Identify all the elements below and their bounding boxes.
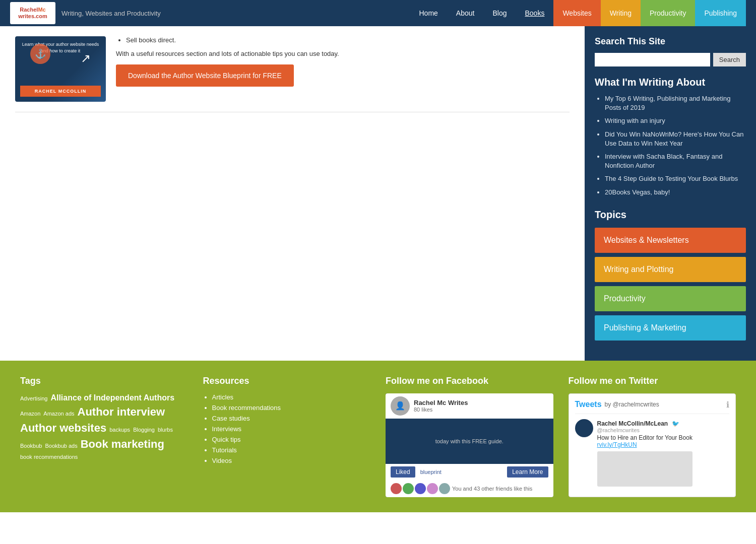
nav-productivity[interactable]: Productivity — [641, 0, 695, 26]
resource-quick-tips[interactable]: Quick tips — [212, 436, 371, 443]
nav-home[interactable]: Home — [410, 0, 447, 26]
promo-list-item: Sell books direct. — [126, 36, 570, 44]
tag-author-interview[interactable]: Author interview — [78, 405, 165, 419]
fb-content: today with this FREE guide. — [386, 419, 553, 464]
friend-avatar — [427, 483, 438, 494]
footer-tags-section: Tags Advertising Alliance of Independent… — [20, 376, 188, 497]
search-input[interactable] — [595, 53, 710, 66]
friend-avatar — [403, 483, 414, 494]
resource-case-studies[interactable]: Case studies — [212, 415, 371, 422]
fb-liked-button[interactable]: Liked — [391, 466, 415, 478]
tag-author-websites[interactable]: Author websites — [20, 422, 106, 435]
tweets-label: Tweets — [575, 400, 602, 409]
list-item[interactable]: My Top 6 Writing, Publishing and Marketi… — [605, 94, 746, 112]
friend-avatar — [415, 483, 426, 494]
list-item[interactable]: 20Books Vegas, baby! — [605, 188, 746, 197]
list-item[interactable]: Did You Win NaNoWriMo? Here's How You Ca… — [605, 130, 746, 148]
promo-description: With a useful resources section and lots… — [116, 50, 570, 57]
writing-about-title: What I'm Writing About — [595, 77, 746, 88]
promo-list: Sell books direct. — [126, 36, 570, 44]
fb-friends-text: You and 43 other friends like this — [452, 486, 532, 492]
writing-about-list: My Top 6 Writing, Publishing and Marketi… — [605, 94, 746, 197]
tweet-link[interactable]: rviv.ly/TgHkUN — [597, 441, 637, 448]
tag-book-recommendations[interactable]: book recommendations — [20, 454, 78, 460]
tags-title: Tags — [20, 376, 188, 386]
tags-cloud: Advertising Alliance of Independent Auth… — [20, 393, 188, 460]
promo-content: Sell books direct. With a useful resourc… — [116, 36, 570, 87]
tag-blogging[interactable]: Blogging — [133, 427, 155, 433]
resources-list: Articles Book recommendations Case studi… — [212, 393, 371, 464]
main-container: ⚓ ↗ Learn what your author website needs… — [0, 26, 756, 361]
list-item[interactable]: The 4 Step Guide to Testing Your Book Bl… — [605, 174, 746, 183]
tweet-avatar — [575, 419, 593, 437]
search-button[interactable]: Search — [713, 53, 746, 66]
tag-advertising[interactable]: Advertising — [20, 395, 47, 401]
cursor-icon: ↗ — [81, 51, 96, 66]
tag-bookbub[interactable]: Bookbub — [20, 443, 42, 449]
header: RachelMcwrites.com Writing, Websites and… — [0, 0, 756, 26]
download-button[interactable]: Download the Author Website Blueprint fo… — [116, 64, 294, 87]
tweet-text: How to Hire an Editor for Your Book rviv… — [597, 434, 692, 448]
nav-books[interactable]: Books — [516, 0, 553, 26]
search-section: Search This Site Search — [595, 36, 746, 66]
nav-websites[interactable]: Websites — [553, 0, 600, 26]
tweet-handle: @rachelmcwrites — [597, 427, 692, 433]
fb-likes: 80 likes — [414, 406, 468, 413]
tag-aia[interactable]: Alliance of Independent Authors — [50, 393, 174, 402]
sidebar: Search This Site Search What I'm Writing… — [585, 26, 756, 361]
tag-amazon-ads[interactable]: Amazon ads — [43, 411, 74, 417]
facebook-widget: 👤 Rachel Mc Writes 80 likes today with t… — [386, 393, 553, 497]
friend-avatar — [439, 483, 450, 494]
fb-learn-button[interactable]: Learn More — [507, 466, 548, 478]
search-row: Search — [595, 53, 746, 66]
tag-bookbub-ads[interactable]: Bookbub ads — [45, 443, 77, 449]
resource-interviews[interactable]: Interviews — [212, 425, 371, 433]
nav-writing[interactable]: Writing — [601, 0, 641, 26]
nav-about[interactable]: About — [447, 0, 484, 26]
fb-avatar: 👤 — [391, 396, 410, 416]
resources-title: Resources — [203, 376, 371, 386]
resource-videos[interactable]: Videos — [212, 457, 371, 464]
tag-book-marketing[interactable]: Book marketing — [81, 438, 164, 451]
list-item[interactable]: Writing with an injury — [605, 116, 746, 125]
topic-productivity-button[interactable]: Productivity — [595, 286, 746, 311]
resource-articles[interactable]: Articles — [212, 393, 371, 401]
tweets-by: by @rachelmcwrites — [605, 401, 659, 408]
twitter-widget: Tweets by @rachelmcwrites ℹ Rachel McCol… — [569, 393, 736, 497]
list-item[interactable]: Interview with Sacha Black, Fantasy and … — [605, 152, 746, 170]
main-nav: Home About Blog Books Websites Writing P… — [410, 0, 746, 26]
tweet-user-row: Rachel McCollin/McLean 🐦 — [597, 419, 692, 427]
promo-block: ⚓ ↗ Learn what your author website needs… — [15, 36, 570, 102]
facebook-title: Follow me on Facebook — [386, 376, 553, 386]
nav-publishing[interactable]: Publishing — [695, 0, 746, 26]
site-tagline: Writing, Websites and Productivity — [61, 10, 161, 17]
site-logo[interactable]: RachelMcwrites.com — [10, 2, 55, 24]
fb-page-name: Rachel Mc Writes — [414, 399, 468, 406]
topic-websites-button[interactable]: Websites & Newsletters — [595, 228, 746, 253]
friend-avatar — [391, 483, 402, 494]
topic-writing-button[interactable]: Writing and Plotting — [595, 257, 746, 282]
footer-facebook-section: Follow me on Facebook 👤 Rachel Mc Writes… — [386, 376, 553, 497]
topic-publishing-button[interactable]: Publishing & Marketing — [595, 315, 746, 341]
resource-tutorials[interactable]: Tutorials — [212, 446, 371, 454]
footer-resources-section: Resources Articles Book recommendations … — [203, 376, 371, 497]
info-icon: ℹ — [726, 400, 729, 410]
search-title: Search This Site — [595, 36, 746, 47]
tweet-content: Rachel McCollin/McLean 🐦 @rachelmcwrites… — [597, 419, 692, 487]
resource-book-recs[interactable]: Book recommendations — [212, 404, 371, 412]
twitter-bird-icon: 🐦 — [672, 420, 679, 427]
tag-blurbs[interactable]: blurbs — [158, 427, 173, 433]
logo-area: RachelMcwrites.com Writing, Websites and… — [10, 2, 161, 24]
fb-info: Rachel Mc Writes 80 likes — [414, 399, 468, 413]
writing-about-section: What I'm Writing About My Top 6 Writing,… — [595, 77, 746, 197]
tweets-header: Tweets by @rachelmcwrites ℹ — [575, 400, 730, 414]
fb-friend-avatars — [391, 483, 450, 494]
content-divider — [15, 112, 570, 112]
twitter-title: Follow me on Twitter — [569, 376, 736, 386]
content-area: ⚓ ↗ Learn what your author website needs… — [0, 26, 585, 361]
footer-twitter-section: Follow me on Twitter Tweets by @rachelmc… — [569, 376, 736, 497]
anchor-icon: ⚓ — [30, 44, 50, 64]
tag-amazon[interactable]: Amazon — [20, 411, 40, 417]
nav-blog[interactable]: Blog — [483, 0, 516, 26]
tag-backups[interactable]: backups — [109, 427, 130, 433]
